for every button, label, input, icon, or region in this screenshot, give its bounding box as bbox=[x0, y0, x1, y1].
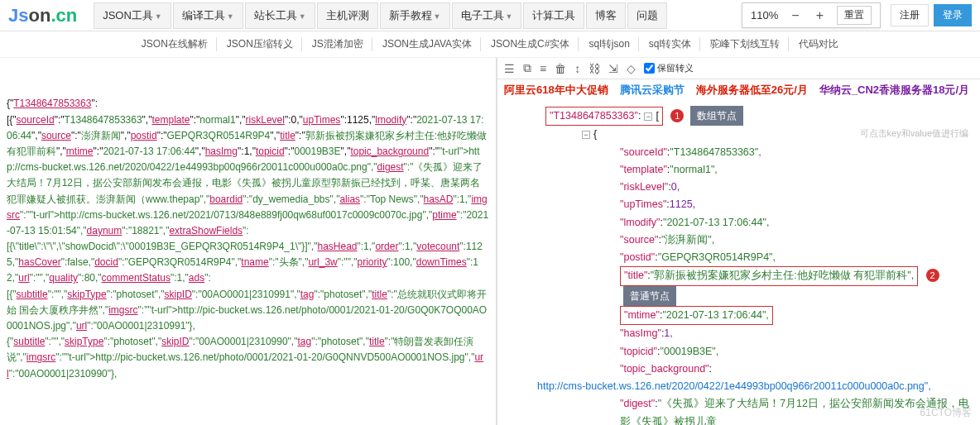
nav-tutorial[interactable]: 新手教程▼ bbox=[380, 2, 450, 29]
ad-4[interactable]: 华纳云_CN2香港服务器18元/月 bbox=[819, 83, 969, 98]
raw-json-text[interactable]: {"T1348647853363": [{"sourceId":"T134864… bbox=[7, 96, 489, 381]
ad-1[interactable]: 阿里云618年中大促销 bbox=[504, 83, 608, 98]
nav-calc-tools[interactable]: 计算工具 bbox=[523, 2, 584, 29]
subnav-code-diff[interactable]: 代码对比 bbox=[790, 37, 847, 51]
subnav-sql-entity[interactable]: sql转实体 bbox=[641, 37, 700, 51]
nav-webmaster-tools[interactable]: 站长工具▼ bbox=[245, 2, 315, 29]
badge-2: 2 bbox=[926, 269, 939, 282]
layers-icon[interactable]: ☰ bbox=[504, 62, 515, 75]
nav-blog[interactable]: 博客 bbox=[586, 2, 626, 29]
delete-icon[interactable]: 🗑 bbox=[555, 62, 566, 75]
zoom-out-button[interactable]: − bbox=[788, 8, 802, 23]
ads-row: 阿里云618年中大促销 腾讯云采购节 海外服务器低至26元/月 华纳云_CN2香… bbox=[497, 79, 980, 101]
subnav-json-csharp[interactable]: JSON生成C#实体 bbox=[483, 37, 579, 51]
edit-hint: 可点击key和value值进行编 bbox=[860, 126, 968, 141]
ad-2[interactable]: 腾讯云采购节 bbox=[620, 83, 685, 98]
collapse-toggle-icon[interactable]: − bbox=[582, 131, 590, 139]
compress-icon[interactable]: ⇲ bbox=[608, 62, 618, 75]
main-nav: JSON工具▼ 编译工具▼ 站长工具▼ 主机评测 新手教程▼ 电子工具▼ 计算工… bbox=[94, 2, 742, 29]
logo[interactable]: Json.cn bbox=[8, 5, 77, 26]
indent-icon[interactable]: ≡ bbox=[540, 62, 546, 75]
subnav-json-compress[interactable]: JSON压缩转义 bbox=[219, 37, 302, 51]
json-tree[interactable]: "T1348647853363":−[ 1 数组节点 −{可点击key和valu… bbox=[497, 101, 980, 425]
watermark: 61CTO博客 bbox=[920, 406, 972, 420]
mtime-box[interactable]: "mtime":"2021-07-13 17:06:44", bbox=[620, 306, 773, 325]
collapse-icon[interactable]: ↕ bbox=[574, 62, 580, 75]
logo-part-2: on bbox=[28, 5, 50, 26]
tree-pane: ☰ ⧉ ≡ 🗑 ↕ ⛓ ⇲ ◇ 保留转义 阿里云618年中大促销 腾讯云采购节 … bbox=[497, 58, 980, 425]
code-icon[interactable]: ◇ bbox=[627, 62, 636, 75]
link-icon[interactable]: ⛓ bbox=[588, 62, 600, 75]
nav-host-review[interactable]: 主机评测 bbox=[317, 2, 378, 29]
normal-node-label: 普通节点 bbox=[623, 286, 676, 306]
zoom-widget: 110% − + 重置 bbox=[742, 2, 881, 28]
tree-toolbar: ☰ ⧉ ≡ 🗑 ↕ ⛓ ⇲ ◇ 保留转义 bbox=[497, 58, 980, 79]
subnav-sql-json[interactable]: sql转json bbox=[580, 37, 638, 51]
logo-part-3: .cn bbox=[50, 5, 77, 26]
nav-e-tools[interactable]: 电子工具▼ bbox=[452, 2, 522, 29]
logo-part-1: Js bbox=[8, 5, 28, 26]
raw-json-pane[interactable]: {"T1348647853363": [{"sourceId":"T134864… bbox=[0, 58, 497, 425]
nav-json-tools[interactable]: JSON工具▼ bbox=[94, 2, 171, 29]
sub-nav: JSON在线解析 JSON压缩转义 JS混淆加密 JSON生成JAVA实体 JS… bbox=[0, 31, 980, 58]
subnav-json-java[interactable]: JSON生成JAVA实体 bbox=[374, 37, 481, 51]
login-button[interactable]: 登录 bbox=[934, 4, 972, 26]
badge-1: 1 bbox=[670, 109, 684, 122]
nav-question[interactable]: 问题 bbox=[627, 2, 667, 29]
auth-buttons: 注册 登录 bbox=[891, 4, 972, 26]
copy-icon[interactable]: ⧉ bbox=[523, 61, 531, 75]
subnav-js-obfuscate[interactable]: JS混淆加密 bbox=[304, 37, 372, 51]
top-bar: Json.cn JSON工具▼ 编译工具▼ 站长工具▼ 主机评测 新手教程▼ 电… bbox=[0, 0, 980, 31]
ad-3[interactable]: 海外服务器低至26元/月 bbox=[696, 83, 808, 98]
zoom-in-button[interactable]: + bbox=[813, 8, 827, 23]
array-node-label: 数组节点 bbox=[690, 106, 743, 126]
nav-compile-tools[interactable]: 编译工具▼ bbox=[173, 2, 243, 29]
zoom-reset-button[interactable]: 重置 bbox=[837, 6, 872, 25]
collapse-toggle-icon[interactable]: − bbox=[644, 112, 652, 121]
subnav-json-parse[interactable]: JSON在线解析 bbox=[133, 37, 217, 51]
title-key-box[interactable]: "title":"郭新振被拐案嫌犯家乡村主任:他好吃懒做 有犯罪前科", bbox=[620, 266, 918, 285]
main-split: {"T1348647853363": [{"sourceId":"T134864… bbox=[0, 58, 980, 425]
root-key-box[interactable]: "T1348647853363":−[ bbox=[545, 107, 663, 126]
subnav-camel-case[interactable]: 驼峰下划线互转 bbox=[702, 37, 789, 51]
keep-escape-checkbox[interactable]: 保留转义 bbox=[644, 62, 694, 74]
register-button[interactable]: 注册 bbox=[891, 4, 929, 26]
zoom-value: 110% bbox=[751, 9, 778, 21]
background-url[interactable]: http://cms-bucket.ws.126.net/2020/0422/1… bbox=[537, 380, 931, 392]
